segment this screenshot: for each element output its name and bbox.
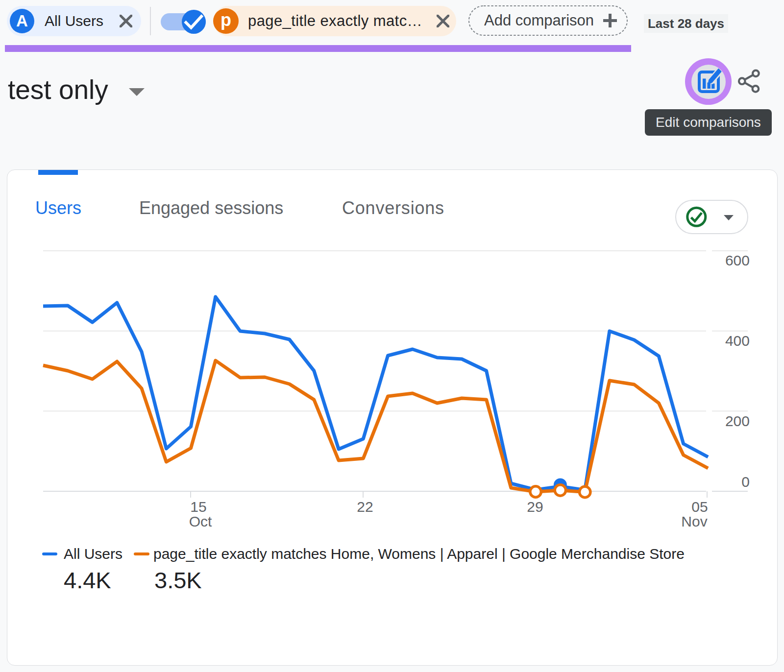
svg-text:15: 15 [190, 499, 206, 515]
svg-text:05: 05 [691, 499, 708, 515]
svg-text:Nov: Nov [681, 513, 707, 529]
svg-text:29: 29 [527, 499, 543, 515]
svg-text:22: 22 [357, 499, 373, 515]
svg-text:600: 600 [725, 252, 750, 268]
svg-text:200: 200 [725, 413, 750, 429]
svg-text:0: 0 [741, 474, 750, 490]
svg-text:Oct: Oct [189, 513, 212, 529]
svg-text:400: 400 [725, 333, 750, 349]
